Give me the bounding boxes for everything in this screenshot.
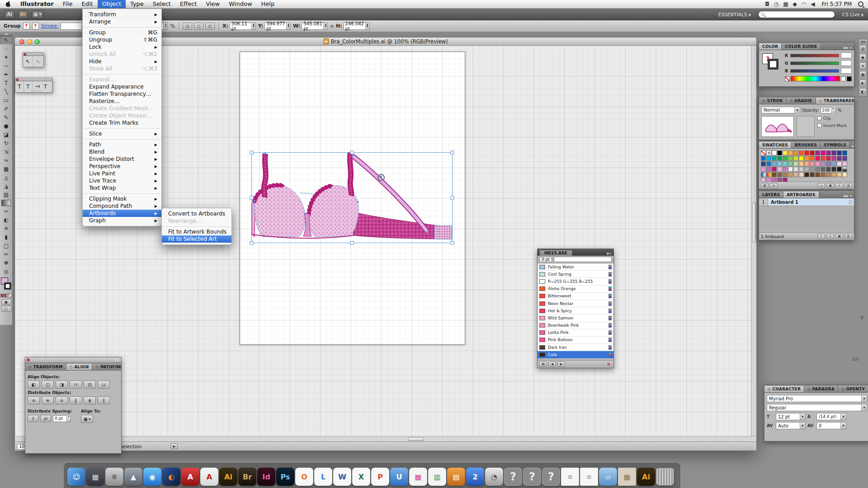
- selected-artwork[interactable]: [232, 146, 458, 250]
- swatch-10[interactable]: [815, 150, 820, 155]
- align-button-4[interactable]: ⊓: [70, 380, 82, 389]
- swatch-29[interactable]: [831, 156, 836, 161]
- swatch-79[interactable]: [842, 172, 847, 177]
- ase-swatch-row-hot-spicy[interactable]: Hot & Spicy: [538, 307, 613, 314]
- swatch-50[interactable]: [772, 167, 777, 172]
- dock-chart-app[interactable]: ▥: [428, 468, 446, 486]
- workspace-switcher[interactable]: ESSENTIALS▼: [718, 12, 751, 17]
- spacing-button-1[interactable]: ⇳: [28, 415, 38, 422]
- time-machine-icon[interactable]: ◷: [772, 1, 781, 7]
- swatch-67[interactable]: [777, 172, 782, 177]
- w-field[interactable]: 545.081 pt▲▼: [302, 23, 328, 30]
- distribute-button-5[interactable]: ⋕: [84, 396, 96, 404]
- dock-trash[interactable]: [656, 468, 674, 486]
- ase-swatch-row-neon-nectar[interactable]: Neon Nectar: [538, 300, 613, 307]
- swatch-37[interactable]: [788, 161, 793, 166]
- bluetooth-icon[interactable]: ◆: [791, 1, 799, 7]
- swatch-3[interactable]: [777, 150, 782, 155]
- dock-office-o[interactable]: O: [295, 468, 313, 486]
- y-field[interactable]: 394.977 pt▲▼: [264, 23, 291, 30]
- none-swatch[interactable]: [785, 76, 790, 81]
- distribute-button-4[interactable]: ∥: [70, 396, 82, 404]
- swatch-57[interactable]: [810, 167, 815, 172]
- red-value-field[interactable]: [841, 52, 852, 58]
- menu-object[interactable]: Object: [98, 0, 126, 8]
- menu-window[interactable]: Window: [224, 0, 256, 8]
- palette-titlebar[interactable]: [23, 53, 43, 56]
- opacity-field[interactable]: 100▶: [821, 107, 836, 113]
- drawing-mode-button[interactable]: ▣: [1, 299, 11, 305]
- dock-photoshop[interactable]: Ps: [276, 468, 294, 486]
- pen-tool[interactable]: ✒: [0, 70, 12, 79]
- reference-button-1[interactable]: ◳: [183, 23, 192, 30]
- tab-align[interactable]: ◇ ALIGN: [66, 364, 92, 370]
- swatch-39[interactable]: [799, 161, 804, 166]
- collapse-icon[interactable]: ▼≡: [113, 358, 121, 362]
- tracking-field[interactable]: 0▼: [816, 422, 846, 429]
- ase-swatch-row-bittersweet[interactable]: Bittersweet: [538, 293, 613, 300]
- swatch-63[interactable]: [842, 167, 847, 172]
- vertical-scrollbar[interactable]: [751, 46, 756, 437]
- close-button[interactable]: [19, 39, 24, 44]
- pencil-tool[interactable]: ✎: [0, 113, 12, 122]
- stroke-link[interactable]: Stroke:: [41, 23, 59, 29]
- color-chip[interactable]: [0, 294, 4, 297]
- blend-mode-dropdown[interactable]: Normal▼: [761, 107, 800, 113]
- swatch-35[interactable]: [777, 161, 782, 166]
- menu-view[interactable]: View: [201, 0, 224, 8]
- tab-color-guide[interactable]: COLOR GUIDE: [782, 43, 821, 50]
- menu-item-rasterize[interactable]: Rasterize…: [83, 98, 161, 105]
- swatch-70[interactable]: [793, 172, 798, 177]
- spotlight-icon[interactable]: [858, 1, 863, 7]
- font-style-dropdown[interactable]: Regular▼: [767, 404, 867, 411]
- minimize-button[interactable]: [27, 39, 32, 44]
- menu-item-group[interactable]: Group⌘G: [83, 29, 161, 36]
- swatch-78[interactable]: [837, 172, 842, 177]
- swatch-16[interactable]: [761, 156, 766, 161]
- tab-transparency[interactable]: ◇ TRANSPARENCY: [816, 98, 854, 104]
- color-spectrum[interactable]: [791, 76, 840, 81]
- invert-mask-checkbox-row[interactable]: Invert Mask: [817, 123, 847, 128]
- align-button-2[interactable]: ◫: [42, 380, 54, 389]
- column-graph-tool[interactable]: ▮: [0, 233, 12, 241]
- swatch-52[interactable]: [783, 167, 788, 172]
- display-icon[interactable]: ◘: [763, 1, 772, 7]
- move-down-button[interactable]: ↓: [826, 234, 834, 239]
- reference-button-3[interactable]: ◰: [205, 23, 215, 30]
- swatch-73[interactable]: [810, 172, 815, 177]
- none-chip[interactable]: [8, 294, 12, 297]
- tools-panel-grip[interactable]: ◀◀: [0, 32, 12, 36]
- tab-transform[interactable]: ◇ TRANSFORM: [25, 364, 66, 370]
- direct-selection-tool[interactable]: ↖: [33, 56, 43, 67]
- new-swatch-button[interactable]: +: [835, 183, 843, 188]
- swatch-26[interactable]: [815, 156, 820, 161]
- align-button-5[interactable]: ⊟: [84, 380, 96, 389]
- tab-swatches[interactable]: SWATCHES: [759, 142, 792, 148]
- illustrator-app-icon[interactable]: Ai: [5, 10, 14, 19]
- swatch-libraries-button[interactable]: ▤: [761, 183, 769, 188]
- swatch-62[interactable]: [837, 167, 842, 172]
- cs-live-button[interactable]: CS Live▼: [842, 12, 863, 17]
- swatch-25[interactable]: [810, 156, 815, 161]
- dock-alarm-clock-app[interactable]: ◔: [485, 468, 503, 486]
- swatch-46[interactable]: [837, 161, 842, 166]
- shape-builder-tool[interactable]: ◬: [0, 173, 12, 182]
- swatch-42[interactable]: [815, 161, 820, 166]
- swatch-28[interactable]: [826, 156, 831, 161]
- ase-swatch-row-boardwalk-pink[interactable]: Boardwalk Pink: [538, 322, 613, 329]
- swatch-65[interactable]: [766, 172, 771, 177]
- artboard-page-icon[interactable]: ▢: [847, 200, 854, 204]
- kerning-field[interactable]: Auto▼: [776, 422, 806, 429]
- mesh-tool[interactable]: ▤: [0, 190, 12, 199]
- collapsed-panel-1[interactable]: ▤: [859, 45, 866, 52]
- ase-swatch-row-cola[interactable]: Cola: [538, 351, 613, 358]
- h-field[interactable]: 246.042 pt▲▼: [344, 23, 370, 30]
- dock-image-file[interactable]: ▦: [618, 468, 636, 486]
- dock-office-l[interactable]: L: [314, 468, 332, 486]
- align-button-6[interactable]: ⊔: [98, 380, 110, 389]
- clip-checkbox-row[interactable]: Clip: [817, 116, 847, 121]
- dock-launcher-app[interactable]: ▲: [124, 468, 142, 486]
- zoom-tool[interactable]: ◎: [0, 267, 12, 276]
- stepper-icon[interactable]: ▲▼: [323, 23, 327, 29]
- swatch-19[interactable]: [777, 156, 782, 161]
